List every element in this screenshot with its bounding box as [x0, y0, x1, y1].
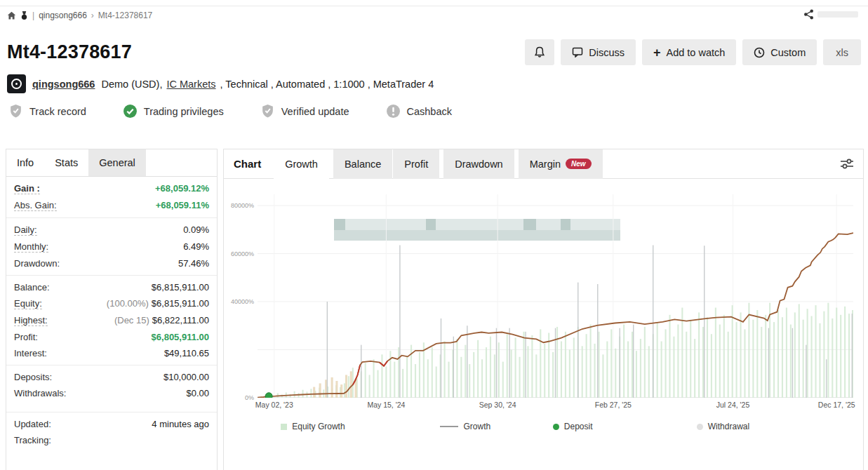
- chart-tab-label: Balance: [345, 159, 381, 170]
- stat-label[interactable]: Daily:: [14, 224, 37, 236]
- export-xls-label: xls: [836, 47, 848, 58]
- bell-icon: [534, 46, 545, 58]
- stat-row-abs-gain: Abs. Gain:+68,059.11%: [6, 197, 217, 214]
- legend-dot-swatch: [553, 424, 559, 430]
- add-to-watch-button[interactable]: + Add to watch: [642, 39, 736, 65]
- breadcrumb: | qingsong666 › Mt4-12378617: [7, 11, 152, 20]
- track-record-icon: [8, 104, 23, 119]
- stat-row-gain: Gain :+68,059.12%: [6, 180, 217, 197]
- badge-label: Trading privileges: [144, 106, 224, 117]
- chart-legend: Equity GrowthGrowthDepositWithdrawal: [231, 417, 856, 443]
- stat-row-monthly: Monthly:6.49%: [6, 239, 217, 255]
- new-badge: New: [566, 159, 592, 169]
- info-tabs: InfoStatsGeneral: [6, 149, 217, 177]
- share-label-faint: [817, 11, 858, 18]
- stat-row-tracking: Tracking:: [6, 432, 217, 448]
- main-panels: InfoStatsGeneral Gain :+68,059.12%Abs. G…: [6, 149, 864, 470]
- chat-icon: [572, 47, 583, 58]
- tab-info[interactable]: Info: [6, 149, 44, 176]
- discuss-button[interactable]: Discuss: [561, 39, 636, 65]
- stat-label[interactable]: Equity:: [14, 298, 42, 309]
- share-corner: [803, 9, 858, 20]
- legend-growth[interactable]: Growth: [440, 422, 490, 431]
- badge-cashback[interactable]: Cashback: [386, 104, 452, 119]
- chart-tab-balance[interactable]: Balance: [333, 149, 392, 179]
- legend-label: Deposit: [564, 422, 593, 431]
- clock-icon: [754, 47, 765, 58]
- badge-trading-privileges[interactable]: Trading privileges: [123, 104, 224, 119]
- stat-value: +68,059.11%: [156, 200, 209, 210]
- legend-label: Equity Growth: [292, 422, 345, 431]
- stat-value: 0.09%: [183, 224, 209, 235]
- stat-label: Profit:: [14, 332, 38, 342]
- y-tick-0: 0%: [245, 394, 254, 401]
- plus-icon: +: [653, 46, 661, 59]
- stat-label: Updated:: [14, 419, 51, 429]
- x-tick-dec-17-25: Dec 17, '25: [818, 401, 855, 409]
- account-row: qingsong666 Demo (USD), IC Markets , Tec…: [7, 74, 434, 93]
- stat-value: 6.49%: [183, 241, 209, 252]
- stat-prefix: (100.00%): [107, 298, 149, 309]
- x-tick-feb-27-25: Feb 27, '25: [595, 401, 632, 409]
- custom-button[interactable]: Custom: [742, 39, 817, 65]
- chart-tab-label: Margin: [530, 159, 561, 170]
- home-icon[interactable]: [7, 11, 16, 20]
- stat-value: +68,059.12%: [155, 183, 209, 194]
- legend-equity-growth[interactable]: Equity Growth: [281, 422, 345, 431]
- badge-label: Verified update: [281, 106, 349, 117]
- export-xls-button[interactable]: xls: [823, 39, 861, 65]
- y-tick-40000: 40000%: [231, 298, 254, 305]
- stat-value: $6,815,911.00: [152, 298, 209, 309]
- stat-value: $49,110.65: [164, 348, 209, 358]
- stat-row-drawdown: Drawdown:57.46%: [6, 255, 217, 271]
- chart-tab-label: Profit: [404, 159, 428, 170]
- stat-row-updated: Updated:4 minutes ago: [6, 416, 217, 432]
- stat-value: 4 minutes ago: [152, 419, 209, 429]
- chart-svg: [258, 187, 853, 398]
- breadcrumb-user-link[interactable]: qingsong666: [39, 11, 87, 20]
- growth-chart[interactable]: 80000%60000%40000%0%: [258, 187, 853, 398]
- custom-label: Custom: [770, 47, 806, 58]
- account-username-link[interactable]: qingsong666: [32, 79, 95, 90]
- avatar[interactable]: [7, 74, 26, 93]
- stat-label: Withdrawals:: [14, 388, 66, 398]
- chart-tab-growth[interactable]: Growth: [274, 149, 329, 179]
- stat-value: $0.00: [186, 388, 209, 398]
- stat-prefix: (Dec 15): [114, 315, 149, 325]
- medal-icon: [20, 11, 28, 20]
- tab-stats[interactable]: Stats: [44, 149, 88, 176]
- chart-tab-label: Drawdown: [455, 159, 503, 170]
- breadcrumb-divider: |: [32, 11, 34, 20]
- discuss-label: Discuss: [589, 47, 625, 58]
- legend-line-swatch: [440, 426, 458, 427]
- breadcrumb-current: Mt4-12378617: [98, 11, 152, 20]
- broker-link[interactable]: IC Markets: [166, 79, 215, 90]
- chart-tab-drawdown[interactable]: Drawdown: [443, 149, 514, 179]
- x-tick-may-02-23: May 02, '23: [255, 401, 293, 409]
- legend-deposit[interactable]: Deposit: [553, 422, 593, 431]
- chart-tab-margin[interactable]: MarginNew: [519, 149, 603, 179]
- top-divider: [0, 6, 868, 6]
- y-tick-80000: 80000%: [231, 202, 254, 209]
- chart-settings-button[interactable]: [839, 158, 855, 170]
- stat-label: Drawdown:: [14, 258, 60, 269]
- stat-label: Tracking:: [14, 435, 51, 445]
- stat-label[interactable]: Highest:: [14, 315, 48, 326]
- x-axis-labels: May 02, '23May 15, '24Sep 30, '24Feb 27,…: [258, 398, 853, 412]
- info-rows: Gain :+68,059.12%Abs. Gain:+68,059.11%Da…: [6, 177, 217, 448]
- badge-track-record[interactable]: Track record: [8, 104, 86, 119]
- stat-label[interactable]: Monthly:: [14, 241, 48, 253]
- notifications-button[interactable]: [525, 39, 554, 65]
- share-icon[interactable]: [803, 9, 814, 20]
- stat-row-deposits: Deposits:$10,000.00: [6, 369, 217, 385]
- stat-row-interest: Interest:$49,110.65: [6, 345, 217, 361]
- tab-general[interactable]: General: [88, 149, 146, 176]
- stat-label[interactable]: Gain :: [14, 183, 40, 194]
- stat-label[interactable]: Abs. Gain:: [14, 200, 57, 211]
- badge-verified-update[interactable]: Verified update: [260, 104, 349, 119]
- page-header: Mt4-12378617 Discuss + Add to watch Cust…: [7, 39, 861, 65]
- stat-value: $10,000.00: [163, 372, 209, 382]
- stat-row-withdrawals: Withdrawals:$0.00: [6, 385, 217, 401]
- legend-withdrawal[interactable]: Withdrawal: [697, 422, 749, 431]
- chart-tab-profit[interactable]: Profit: [393, 149, 439, 179]
